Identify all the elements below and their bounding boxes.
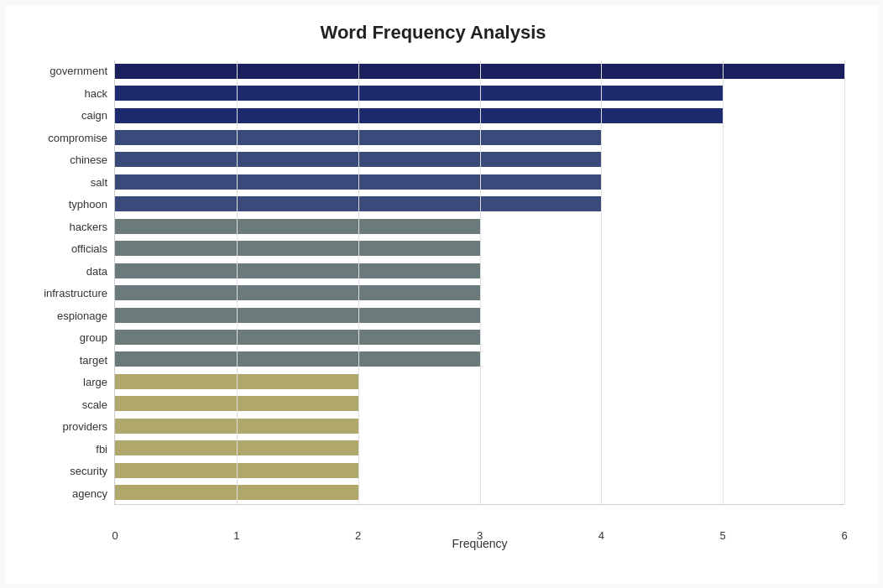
bar <box>115 86 723 101</box>
bar-row <box>115 349 844 369</box>
y-label: government <box>22 61 107 81</box>
gridline <box>844 60 845 504</box>
bar-row <box>115 238 844 258</box>
bar-row <box>115 127 844 148</box>
bar-row <box>115 327 844 347</box>
gridline <box>723 60 724 504</box>
plot-area: 0123456 Frequency <box>114 60 844 505</box>
y-label: caign <box>22 106 107 126</box>
y-label: chinese <box>22 150 107 170</box>
bar-row <box>115 283 844 303</box>
bar-row <box>115 482 844 502</box>
y-label: compromise <box>22 127 107 148</box>
y-label: hackers <box>22 216 107 237</box>
y-label: target <box>22 350 107 370</box>
y-label: typhoon <box>22 195 107 215</box>
y-label: security <box>22 461 107 481</box>
bar <box>115 419 358 434</box>
y-label: agency <box>22 483 107 503</box>
bar <box>115 330 480 345</box>
bar <box>115 485 358 500</box>
bar <box>115 108 723 123</box>
y-label: infrastructure <box>22 284 107 304</box>
bar-row <box>115 393 844 414</box>
chart-area: governmenthackcaigncompromisechinesesalt… <box>22 60 844 505</box>
gridline <box>480 60 481 504</box>
y-label: providers <box>22 417 107 437</box>
bar <box>115 64 844 79</box>
bar-row <box>115 172 844 192</box>
y-label: data <box>22 261 107 281</box>
y-label: large <box>22 372 107 393</box>
y-label: officials <box>22 239 107 259</box>
bar <box>115 219 480 234</box>
chart-container: Word Frequency Analysis governmenthackca… <box>5 5 878 584</box>
bar <box>115 241 480 256</box>
y-label: espionage <box>22 305 107 325</box>
bar-row <box>115 149 844 169</box>
bar-row <box>115 194 844 214</box>
gridline <box>601 60 602 504</box>
bar-row <box>115 416 844 436</box>
bar <box>115 285 480 300</box>
bar-row <box>115 261 844 281</box>
gridline <box>237 60 238 504</box>
bar <box>115 463 358 478</box>
bar-row <box>115 372 844 392</box>
x-axis-label: Frequency <box>115 537 844 550</box>
y-label: group <box>22 328 107 348</box>
bar <box>115 374 358 389</box>
bar <box>115 196 601 211</box>
bar <box>115 440 358 455</box>
bar <box>115 263 480 278</box>
bar-row <box>115 461 844 481</box>
bar <box>115 396 358 411</box>
bar <box>115 152 601 167</box>
bar-row <box>115 216 844 237</box>
y-axis: governmenthackcaigncompromisechinesesalt… <box>22 60 114 505</box>
bar <box>115 130 601 145</box>
gridline <box>358 60 359 504</box>
bar-row <box>115 106 844 126</box>
y-label: salt <box>22 172 107 192</box>
y-label: fbi <box>22 439 107 459</box>
y-label: hack <box>22 83 107 103</box>
y-label: scale <box>22 394 107 414</box>
bar-row <box>115 83 844 103</box>
bar <box>115 174 601 190</box>
bar <box>115 351 480 367</box>
bar <box>115 308 480 323</box>
bar-row <box>115 438 844 458</box>
bar-row <box>115 61 844 81</box>
chart-title: Word Frequency Analysis <box>22 22 844 44</box>
bar-row <box>115 305 844 325</box>
